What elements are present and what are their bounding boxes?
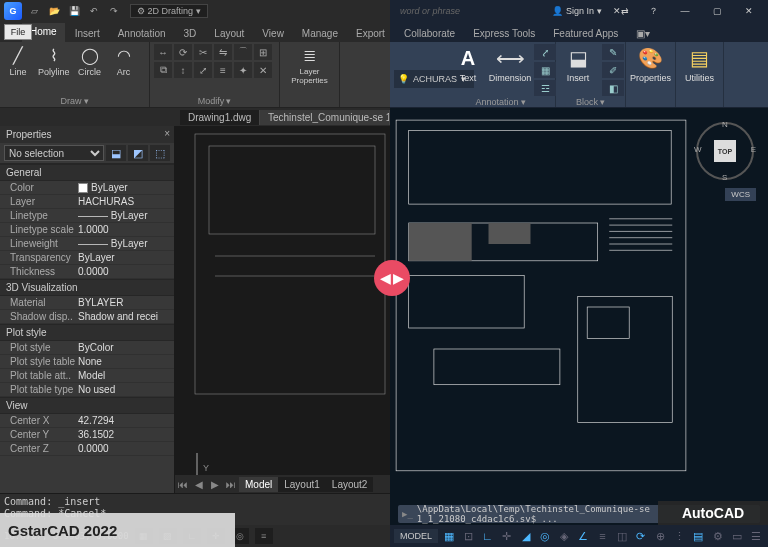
tab-view[interactable]: View [254,25,292,42]
property-value[interactable]: None [78,356,174,367]
viewcube-top-face[interactable]: TOP [714,140,736,162]
property-row[interactable]: Plot styleByColor [0,341,174,355]
property-value[interactable]: ——— ByLayer [78,238,174,249]
tab-featured[interactable]: Featured Apps [545,25,626,42]
panel-title[interactable]: Draw ▾ [4,95,145,107]
3dosnap-toggle[interactable]: ◈ [556,528,572,544]
text-button[interactable]: AText [450,44,486,83]
property-row[interactable]: Linetype scale1.0000 [0,223,174,237]
close-icon[interactable]: × [164,128,170,139]
erase-icon[interactable]: ✕ [254,62,272,78]
property-value[interactable]: 36.1502 [78,429,174,440]
category-3d[interactable]: 3D Visualization [0,279,174,296]
property-value[interactable]: 1.0000 [78,224,174,235]
osnap-toggle[interactable]: ◎ [537,528,553,544]
fillet-icon[interactable]: ⌒ [234,44,252,60]
arc-button[interactable]: ◠Arc [110,44,138,77]
lwt-toggle[interactable]: ≡ [255,528,273,544]
open-icon[interactable]: 📂 [46,3,62,19]
file-menu-button[interactable]: File [4,24,32,40]
property-row[interactable]: Center X42.7294 [0,414,174,428]
explode-icon[interactable]: ✦ [234,62,252,78]
leader-icon[interactable]: ⤤ [534,44,556,60]
tab-nav-next-icon[interactable]: ▶ [207,479,223,490]
pickset-icon[interactable]: ⬚ [150,145,170,161]
ribbon-overflow-icon[interactable]: ▣▾ [628,25,658,42]
signin-button[interactable]: 👤Sign In ▾ [552,6,602,16]
transparency-toggle[interactable]: ◫ [614,528,630,544]
property-value[interactable]: ByLayer [78,252,174,263]
exchange-icon[interactable]: ✕⇄ [608,2,634,20]
layer-properties-button[interactable]: ≣Layer Properties [284,44,335,85]
drawing-canvas-left[interactable]: Y X ⏮ ◀ ▶ ⏭ Model Layout1 Layout2 [175,126,390,547]
selection-dropdown[interactable]: No selection [4,145,104,161]
property-row[interactable]: Shadow disp..Shadow and recei [0,310,174,324]
cycling-toggle[interactable]: ⟳ [633,528,649,544]
tab-export[interactable]: Export [348,25,393,42]
close-button[interactable]: ✕ [736,2,762,20]
panel-title[interactable]: Modify ▾ [154,95,275,107]
property-value[interactable]: BYLAYER [78,297,174,308]
maximize-button[interactable]: ▢ [704,2,730,20]
panel-title[interactable]: Annotation ▾ [450,96,551,108]
rotate-icon[interactable]: ⟳ [174,44,192,60]
quickprops-toggle[interactable]: ▤ [690,528,706,544]
annomonitor-toggle[interactable]: ⊕ [652,528,668,544]
trim-icon[interactable]: ✂ [194,44,212,60]
create-block-icon[interactable]: ✎ [602,44,624,60]
lwt-toggle[interactable]: ≡ [594,528,610,544]
doc-tab[interactable]: Techinstel_Comunique-se 1.dw [260,110,390,125]
property-value[interactable]: ——— ByLayer [78,210,174,221]
ortho-toggle[interactable]: ∟ [479,528,495,544]
units-toggle[interactable]: ⋮ [671,528,687,544]
properties-button[interactable]: 🎨Properties [630,44,671,83]
property-row[interactable]: Plot style tableNone [0,355,174,369]
panel-title[interactable]: Block ▾ [560,96,621,108]
redo-icon[interactable]: ↷ [106,3,122,19]
new-icon[interactable]: ▱ [26,3,42,19]
property-row[interactable]: ColorByLayer [0,181,174,195]
comparison-slider-handle[interactable]: ◀▶ [374,260,410,296]
property-row[interactable]: MaterialBYLAYER [0,296,174,310]
insert-button[interactable]: ⬓Insert [560,44,596,83]
property-row[interactable]: Lineweight——— ByLayer [0,237,174,251]
property-value[interactable]: 0.0000 [78,266,174,277]
property-value[interactable]: Shadow and recei [78,311,174,322]
circle-button[interactable]: ◯Circle [76,44,104,77]
property-value[interactable]: 0.0000 [78,443,174,454]
stretch-icon[interactable]: ↕ [174,62,192,78]
tab-express[interactable]: Express Tools [465,25,543,42]
utilities-button[interactable]: ▤Utilities [680,44,719,83]
property-value[interactable]: 42.7294 [78,415,174,426]
select-objects-icon[interactable]: ◩ [128,145,148,161]
property-row[interactable]: LayerHACHURAS [0,195,174,209]
snap-toggle[interactable]: ⊡ [460,528,476,544]
dimension-button[interactable]: ⟷Dimension [492,44,528,83]
attr-icon[interactable]: ◧ [602,80,624,96]
workspace-toggle[interactable]: ⚙ [709,528,725,544]
scale-icon[interactable]: ⤢ [194,62,212,78]
move-icon[interactable]: ↔ [154,44,172,60]
tab-annotation[interactable]: Annotation [110,25,174,42]
category-general[interactable]: General [0,164,174,181]
minimize-button[interactable]: — [672,2,698,20]
mirror-icon[interactable]: ⇋ [214,44,232,60]
viewcube[interactable]: TOP N S E W [696,122,754,180]
wcs-indicator[interactable]: WCS [725,188,756,201]
tab-collaborate[interactable]: Collaborate [396,25,463,42]
tab-nav-last-icon[interactable]: ⏭ [223,479,239,490]
polar-toggle[interactable]: ✛ [499,528,515,544]
tab-insert[interactable]: Insert [67,25,108,42]
edit-block-icon[interactable]: ✐ [602,62,624,78]
tab-layout[interactable]: Layout [206,25,252,42]
tab-3d[interactable]: 3D [176,25,205,42]
drawing-canvas-right[interactable]: TOP N S E W WCS ▶_\AppData\Local\Temp\Te… [390,108,768,547]
property-row[interactable]: Plot table att..Model [0,369,174,383]
quick-select-icon[interactable]: ⬓ [106,145,126,161]
property-value[interactable]: HACHURAS [78,196,174,207]
model-space-button[interactable]: MODEL [394,529,438,543]
workspace-switcher[interactable]: ⚙ 2D Drafting ▾ [130,4,208,18]
isodraft-toggle[interactable]: ◢ [518,528,534,544]
array-icon[interactable]: ⊞ [254,44,272,60]
app-logo-gstarcad[interactable]: G [4,2,22,20]
